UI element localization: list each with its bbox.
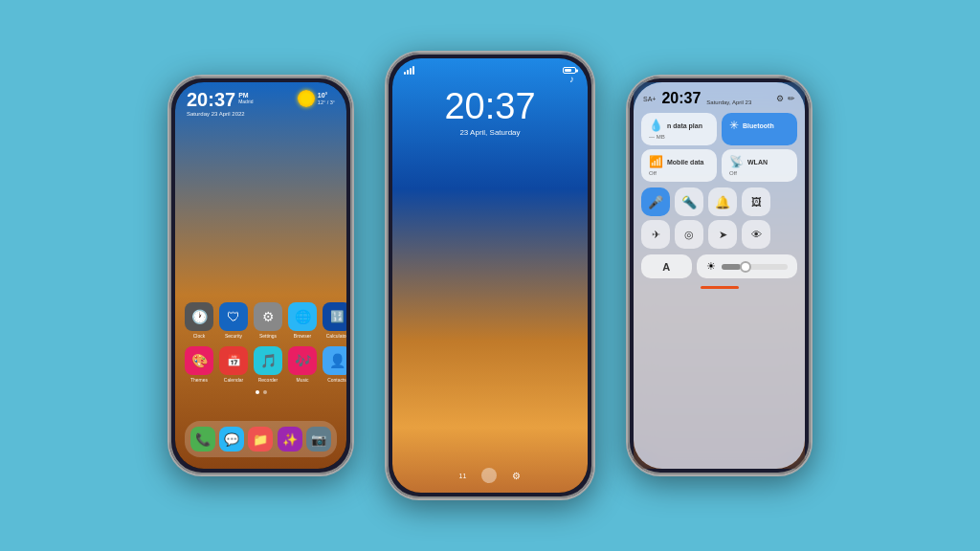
- slider-fill: [722, 264, 742, 270]
- app-grid-row2: 🎨 Themes 📅 Calendar 🎵 Recorder 🎶: [185, 346, 337, 383]
- home-location: Madrid: [238, 99, 253, 104]
- bluetooth-icon: ✳: [729, 119, 739, 132]
- battery-fill: [565, 69, 571, 72]
- control-background: SA+ 20:37 Saturday, April 23 ⚙ ✏: [634, 82, 805, 469]
- lock-status-icons: [404, 66, 414, 75]
- music-note-icon: ♪: [569, 74, 574, 84]
- weather-sun-icon: [298, 90, 315, 107]
- ctrl-brightness-slider[interactable]: ☀: [697, 254, 797, 278]
- home-weather: 10° 12° / 3°: [298, 90, 335, 107]
- battery-icon: [563, 67, 576, 74]
- ctrl-tiles-top: 💧 n data plan — MB ✳ Bluetooth: [634, 109, 805, 149]
- ctrl-btn-location[interactable]: ➤: [708, 220, 737, 249]
- dock-files[interactable]: 📁: [248, 427, 273, 452]
- app-settings[interactable]: ⚙ Settings: [254, 302, 282, 339]
- ctrl-time: 20:37: [661, 90, 701, 107]
- edit-icon[interactable]: ✏: [788, 94, 795, 103]
- ctrl-tiles-row2: 📶 Mobile data Off 📡 WLAN Off: [634, 149, 805, 186]
- app-music[interactable]: 🎶 Music: [288, 346, 317, 383]
- lock-time: 20:37: [392, 88, 588, 124]
- ctrl-btn-mic[interactable]: 🎤: [641, 187, 670, 216]
- ctrl-btn-focus[interactable]: ◎: [675, 220, 703, 249]
- ctrl-tile-data-plan[interactable]: 💧 n data plan — MB: [641, 113, 717, 145]
- phone2: ♪: [385, 51, 595, 500]
- home-icons-area: 🕐 Clock 🛡 Security ⚙ Settings 🌐: [175, 302, 346, 400]
- app-calculator[interactable]: 🔢 Calculator: [323, 302, 346, 339]
- phone1: 20:37 PM Madrid Saturday 23 April 2022 1…: [167, 75, 354, 476]
- lock-date: 23 April, Saturday: [392, 128, 588, 137]
- ctrl-tile-mobile-data[interactable]: 📶 Mobile data Off: [641, 149, 717, 182]
- home-background: 20:37 PM Madrid Saturday 23 April 2022 1…: [175, 82, 346, 469]
- ctrl-btn-bell[interactable]: 🔔: [708, 187, 737, 216]
- dock-camera[interactable]: 📷: [306, 427, 331, 452]
- ctrl-status-icons: ⚙ ✏: [776, 94, 795, 103]
- home-temp: 10°: [318, 92, 335, 99]
- lock-time-display: 20:37 23 April, Saturday: [392, 75, 588, 137]
- lock-right-icons: [563, 66, 576, 75]
- slider-track[interactable]: [722, 264, 788, 270]
- phone1-wrapper: 20:37 PM Madrid Saturday 23 April 2022 1…: [167, 75, 354, 476]
- ctrl-carrier: SA+: [643, 96, 656, 102]
- ctrl-btn-screen[interactable]: 🖼: [742, 187, 770, 216]
- ctrl-tile-wlan[interactable]: 📡 WLAN Off: [722, 149, 797, 182]
- app-contacts[interactable]: 👤 Contacts: [323, 346, 346, 383]
- phone3-screen: SA+ 20:37 Saturday, April 23 ⚙ ✏: [634, 82, 805, 469]
- ctrl-status-bar: SA+ 20:37 Saturday, April 23 ⚙ ✏: [634, 82, 805, 109]
- signal-icon: [404, 66, 414, 75]
- phone2-wrapper: ♪: [385, 51, 595, 500]
- app-calendar[interactable]: 📅 Calendar: [219, 346, 248, 383]
- lock-nav-settings[interactable]: ⚙: [512, 471, 521, 481]
- home-status-bar: 20:37 PM Madrid Saturday 23 April 2022 1…: [175, 82, 346, 119]
- phone3: SA+ 20:37 Saturday, April 23 ⚙ ✏: [626, 75, 813, 476]
- font-icon: A: [662, 261, 670, 273]
- app-recorder[interactable]: 🎵 Recorder: [254, 346, 282, 383]
- app-clock[interactable]: 🕐 Clock: [185, 302, 213, 339]
- home-temp-range: 12° / 3°: [318, 99, 335, 105]
- phone3-wrapper: SA+ 20:37 Saturday, April 23 ⚙ ✏: [626, 75, 813, 476]
- page-dots: [185, 390, 337, 394]
- home-ampm: PM: [238, 92, 253, 99]
- ctrl-btn-empty: [775, 187, 804, 216]
- app-browser[interactable]: 🌐 Browser: [288, 302, 317, 339]
- wlan-icon: 📡: [729, 155, 744, 168]
- lock-bottom-bar: 11 ⚙: [392, 468, 588, 483]
- dot-2: [263, 390, 267, 394]
- lock-status-bar: [392, 58, 588, 75]
- phone1-screen: 20:37 PM Madrid Saturday 23 April 2022 1…: [175, 82, 346, 469]
- app-grid-row1: 🕐 Clock 🛡 Security ⚙ Settings 🌐: [185, 302, 337, 339]
- ctrl-quick-btns-2: ✈ ◎ ➤ 👁: [634, 218, 805, 251]
- ctrl-btn-eye[interactable]: 👁: [742, 220, 770, 249]
- lock-nav-home[interactable]: [481, 468, 497, 483]
- ctrl-tile-bluetooth[interactable]: ✳ Bluetooth: [722, 113, 797, 145]
- dot-1: [256, 390, 259, 394]
- control-panel: SA+ 20:37 Saturday, April 23 ⚙ ✏: [634, 82, 805, 469]
- ctrl-date: Saturday, April 23: [706, 99, 751, 107]
- mobile-data-icon: 📶: [649, 155, 663, 168]
- ctrl-slider-row: A ☀: [634, 251, 805, 282]
- dock-phone[interactable]: 📞: [190, 427, 215, 452]
- dock-messages[interactable]: 💬: [219, 427, 244, 452]
- brightness-icon: ☀: [706, 260, 716, 273]
- battery-tip: [576, 69, 578, 72]
- phone2-screen: ♪: [392, 58, 588, 493]
- home-bar-line[interactable]: [701, 286, 739, 289]
- app-themes[interactable]: 🎨 Themes: [185, 346, 213, 383]
- home-time: 20:37: [187, 90, 235, 109]
- app-security[interactable]: 🛡 Security: [219, 302, 248, 339]
- data-plan-icon: 💧: [649, 119, 663, 132]
- settings-icon[interactable]: ⚙: [776, 94, 784, 103]
- ctrl-btn-torch[interactable]: 🔦: [675, 187, 703, 216]
- home-date: Saturday 23 April 2022: [187, 109, 256, 119]
- slider-thumb[interactable]: [740, 261, 751, 273]
- home-dock: 📞 💬 📁 ✨ 📷: [185, 421, 337, 457]
- ctrl-home-bar: [634, 282, 805, 289]
- dock-gallery[interactable]: ✨: [278, 427, 302, 452]
- lock-nav-number: 11: [459, 473, 467, 479]
- ctrl-btn-airplane[interactable]: ✈: [641, 220, 670, 249]
- ctrl-font-btn[interactable]: A: [641, 254, 692, 278]
- ctrl-quick-btns-1: 🎤 🔦 🔔 🖼: [634, 186, 805, 218]
- ctrl-btn-empty2: [775, 220, 804, 249]
- lock-background: ♪: [392, 58, 588, 493]
